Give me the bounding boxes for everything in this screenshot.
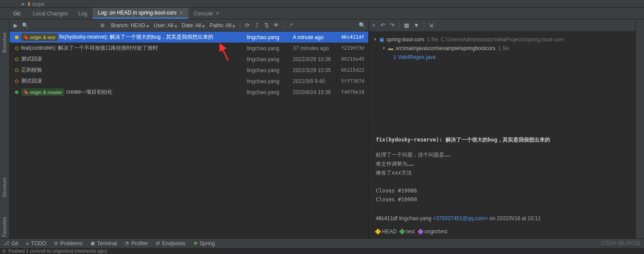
author-email-link[interactable]: <379337451@qq.com> — [433, 215, 488, 221]
left-tool-rail: Branches Structure Favorites — [0, 19, 10, 238]
ref-head[interactable]: HEAD — [376, 227, 396, 236]
tree-root[interactable]: ▼ ▣ spring-boot-cors 1 file C:\Users\Adm… — [373, 35, 640, 44]
commit-author: lingchao.yang — [247, 45, 293, 51]
commit-refs: HEAD test origin/test — [376, 227, 637, 236]
regex-icon[interactable]: .* — [286, 22, 295, 29]
tab-log[interactable]: Log — [73, 8, 93, 19]
commit-row[interactable]: 正则校验lingchao.yang2022/3/29 10:3566215d22 — [10, 65, 368, 76]
close-icon[interactable]: ✕ — [179, 10, 183, 16]
commit-author: lingchao.yang — [247, 34, 293, 40]
tool-git[interactable]: ⎇Git — [4, 240, 18, 247]
expand-icon[interactable]: ▶ — [11, 22, 19, 29]
filter-user[interactable]: User: All◆ — [152, 22, 179, 29]
commit-date: 2022/3/9 9:40 — [293, 78, 341, 84]
graph-dot-icon — [15, 80, 18, 83]
commit-author: lingchao.yang — [247, 67, 293, 73]
chevron-down-icon[interactable]: ▼ — [382, 46, 388, 51]
commit-date: 2022/3/29 10:35 — [293, 67, 341, 73]
graph-dot-icon — [15, 36, 18, 39]
commit-date: 37 minutes ago — [293, 45, 341, 51]
search-right-icon[interactable]: 🔍 — [358, 22, 367, 29]
rail-branches[interactable]: Branches — [2, 33, 7, 53]
expand-all-icon[interactable]: ⇲ — [428, 22, 433, 29]
filter-date[interactable]: Date: All◆ — [180, 22, 207, 29]
commit-row[interactable]: 🔖origin & testfix(hydosky-reserve): 解决了一… — [10, 32, 368, 43]
tool-profiler[interactable]: ◔Profiler — [125, 240, 148, 247]
log-filter-bar: ▶ 🔍 ⚙ Branch: HEAD◆ User: All◆ Date: All… — [10, 19, 368, 32]
details-toolbar: ✦ ↶ ↷ ▦ ▼ ⇲ — [369, 19, 644, 32]
rail-structure[interactable]: Structure — [2, 178, 7, 197]
tab-local-changes[interactable]: Local Changes — [28, 8, 73, 19]
bottom-tool-bar: ⎇Git ≡TODO ⊘Problems ▣Terminal ◔Profiler… — [0, 238, 644, 248]
commit-title: fix(hydosky-reserve): 解决了一个很大的bug，其实是我假想… — [376, 135, 637, 144]
undo-icon[interactable]: ↶ — [381, 22, 385, 29]
commit-message: create---项目初始化 — [66, 89, 112, 95]
git-label: Git: — [0, 11, 28, 17]
status-message: Pushed 1 commit to origin/test (moments … — [8, 248, 107, 254]
vcs-log-pane: ▶ 🔍 ⚙ Branch: HEAD◆ User: All◆ Date: All… — [10, 19, 368, 238]
graph-dot-icon — [15, 58, 18, 61]
tab-console[interactable]: Console✕ — [188, 8, 225, 19]
folder-icon: ▮ — [28, 1, 30, 7]
commit-hash: 46c411df — [341, 34, 368, 40]
commit-details-pane: ✦ ↶ ↷ ▦ ▼ ⇲ ▼ ▣ spring-boot-cors 1 file … — [368, 19, 644, 238]
commit-message-view: fix(hydosky-reserve): 解决了一个很大的bug，其实是我假想… — [369, 128, 644, 238]
branch-tag[interactable]: 🔖origin & master — [21, 88, 65, 96]
grid-icon[interactable]: ▦ — [404, 22, 409, 29]
log-search-input[interactable] — [32, 22, 97, 29]
commit-row[interactable]: 🔖origin & mastercreate---项目初始化lingchao.y… — [10, 87, 368, 98]
commit-hash: f4070e18 — [341, 89, 368, 95]
commit-date: 2022/3/29 10:36 — [293, 56, 341, 62]
ref-origin-test[interactable]: origin/test — [418, 227, 447, 236]
cherrypick-icon[interactable]: ⤴ — [252, 22, 261, 29]
graph-dot-icon — [15, 91, 18, 94]
filter-branch[interactable]: Branch: HEAD◆ — [109, 22, 151, 29]
rail-favorites[interactable]: Favorites — [2, 217, 7, 237]
commit-row[interactable]: feat(controller): 解决了一个不得放接口路径按时付款了按时lin… — [10, 43, 368, 54]
pin-icon[interactable]: ✦ — [371, 22, 376, 29]
gear-icon[interactable]: ⚙ — [100, 22, 105, 29]
sort-icon[interactable]: ⇅ — [262, 22, 271, 29]
filter-paths[interactable]: Paths: All◆ — [208, 22, 237, 29]
commit-hash: f2190f3d — [341, 45, 368, 51]
folder-label: target — [32, 1, 44, 7]
commit-author: lingchao.yang — [247, 89, 293, 95]
eye-icon[interactable]: 👁 — [272, 22, 281, 29]
redo-icon[interactable]: ↷ — [390, 22, 395, 29]
close-icon[interactable]: ✕ — [216, 11, 219, 16]
commit-date: A minute ago — [293, 34, 341, 40]
tool-todo[interactable]: ≡TODO — [26, 240, 46, 247]
commit-hash: 66215d22 — [341, 67, 368, 73]
tool-terminal[interactable]: ▣Terminal — [90, 240, 117, 247]
commit-message: 测试回滚 — [21, 56, 42, 62]
changed-files-tree[interactable]: ▼ ▣ spring-boot-cors 1 file C:\Users\Adm… — [369, 32, 644, 128]
commit-message: 测试回滚 — [21, 78, 42, 84]
commit-message: fix(hydosky-reserve): 解决了一个很大的bug，其实是我假想… — [59, 34, 213, 40]
project-folder[interactable]: ▶ ▮ target — [0, 0, 48, 7]
tool-problems[interactable]: ⊘Problems — [54, 240, 83, 247]
project-tree-strip: ▶ ▮ target — [0, 0, 644, 8]
status-bar: ⎘ Pushed 1 commit to origin/test (moment… — [0, 248, 644, 254]
graph-dot-icon — [15, 69, 18, 72]
commit-row[interactable]: 测试回滚lingchao.yang2022/3/29 10:3600219a45 — [10, 54, 368, 65]
ref-test[interactable]: test — [400, 227, 414, 236]
java-file-icon: J — [393, 55, 396, 60]
tree-package[interactable]: ▼ ▬ src\main\java\com\example\springboot… — [373, 44, 640, 53]
commit-author: lingchao.yang — [247, 78, 293, 84]
status-icon: ⎘ — [3, 248, 6, 254]
tree-file[interactable]: J ValidRegex.java — [373, 53, 640, 62]
refresh-icon[interactable]: ⟳ — [243, 22, 252, 29]
filter-icon[interactable]: ▼ — [414, 22, 419, 29]
tab-log-head[interactable]: Log: on HEAD in spring-boot-cors✕ — [93, 8, 188, 19]
commit-list[interactable]: 🔖origin & testfix(hydosky-reserve): 解决了一… — [10, 32, 368, 238]
commit-row[interactable]: 测试回滚lingchao.yang2022/3/9 9:405ff7387d — [10, 76, 368, 87]
module-icon: ▣ — [379, 36, 384, 43]
search-icon: 🔍 — [22, 22, 29, 29]
watermark: CSDN @LING超 — [601, 239, 640, 247]
tool-spring[interactable]: ❀Spring — [194, 240, 215, 247]
commit-meta: 46c411df lingchao.yang <379337451@qq.com… — [376, 214, 637, 223]
chevron-down-icon[interactable]: ▼ — [373, 37, 379, 42]
commit-body: 处理了一个问题，这个问题是…… 将文件调整为…… 修改了xxx方法 Closes… — [376, 150, 637, 204]
tool-endpoints[interactable]: ⇄Endpoints — [156, 240, 185, 247]
branch-tag[interactable]: 🔖origin & test — [21, 33, 58, 41]
